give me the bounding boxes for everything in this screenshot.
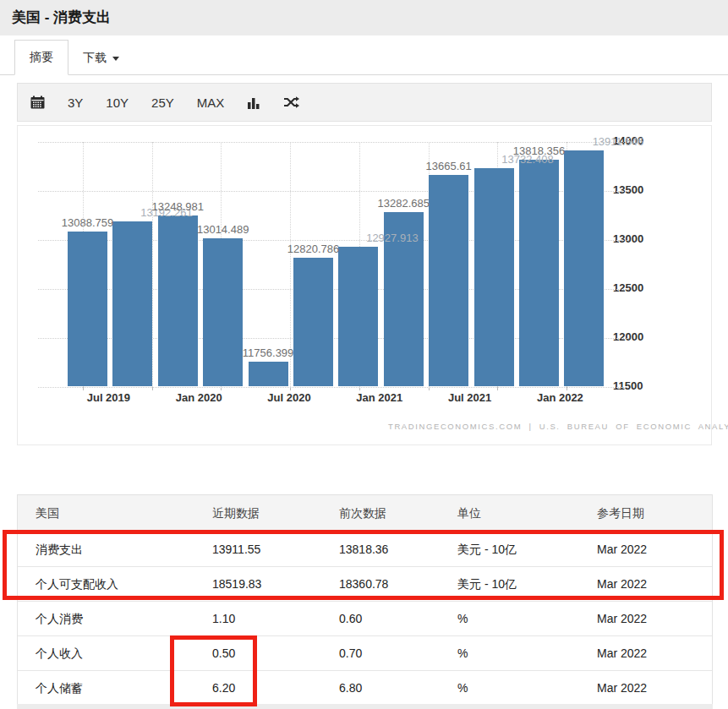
chevron-down-icon [112, 57, 119, 61]
indicator-link[interactable]: 个人可支配收入 [36, 567, 118, 602]
table-row: 个人收入0.500.70%Mar 2022 [18, 635, 712, 670]
bar[interactable] [338, 247, 378, 386]
indicators-table: 美国近期数据前次数据单位参考日期消费支出13911.5513818.36美元 -… [17, 494, 713, 705]
indicator-link[interactable]: 个人收入 [36, 636, 83, 671]
next-section-strip [17, 704, 713, 709]
bar-value-label: 13818.356 [501, 145, 577, 157]
tab-download[interactable]: 下载 [68, 41, 134, 75]
compare-button[interactable] [283, 96, 299, 108]
table-cell: Mar 2022 [597, 532, 647, 567]
title-bar: 美国 - 消费支出 [0, 0, 728, 35]
calendar-icon [30, 95, 45, 109]
table-cell: 美元 - 10亿 [457, 567, 517, 602]
table-cell: Mar 2022 [597, 636, 647, 671]
tab-summary[interactable]: 摘要 [14, 40, 68, 75]
table-cell: 18360.78 [339, 567, 388, 602]
bar[interactable] [112, 221, 152, 386]
table-cell: Mar 2022 [597, 602, 647, 636]
table-row: 消费支出13911.5513818.36美元 - 10亿Mar 2022 [18, 532, 712, 566]
indicator-link[interactable]: 个人储蓄 [36, 671, 83, 706]
chart-watermark: TRADINGECONOMICS.COM | U.S. BUREAU OF EC… [388, 422, 728, 431]
y-tick-label: 13000 [613, 232, 643, 245]
range-25y-button[interactable]: 25Y [151, 95, 174, 110]
table-header-row: 美国近期数据前次数据单位参考日期 [18, 495, 712, 532]
indicator-link[interactable]: 消费支出 [36, 532, 83, 567]
gridline [38, 387, 629, 388]
table-cell: Mar 2022 [597, 567, 647, 602]
x-tick-label: Jul 2019 [70, 391, 146, 404]
table-cell: Mar 2022 [597, 671, 647, 706]
table-cell: % [457, 602, 468, 636]
bar[interactable] [158, 215, 198, 386]
page: 美国 - 消费支出 摘要 下载 3Y 10Y 25 [0, 0, 728, 709]
column-header: 前次数据 [339, 495, 386, 532]
bar[interactable] [519, 160, 559, 386]
bar-value-label: 13911.546 [580, 135, 656, 148]
table-row: 个人可支配收入18519.8318360.78美元 - 10亿Mar 2022 [18, 566, 712, 601]
range-3y-button[interactable]: 3Y [68, 95, 83, 110]
table-cell: 0.50 [212, 636, 235, 671]
gridline [38, 142, 629, 143]
x-tick-label: Jul 2021 [432, 391, 508, 404]
column-header: 单位 [457, 495, 481, 532]
table-cell: % [457, 636, 468, 671]
page-title: 美国 - 消费支出 [0, 0, 728, 35]
range-max-button[interactable]: MAX [197, 95, 225, 110]
bar[interactable] [474, 168, 514, 386]
tab-summary-label: 摘要 [30, 50, 53, 63]
tab-row: 摘要 下载 [0, 35, 728, 75]
shuffle-icon [283, 96, 299, 108]
indicator-link[interactable]: 个人消费 [36, 602, 83, 636]
column-header: 近期数据 [212, 495, 260, 532]
table-cell: 13911.55 [212, 532, 260, 567]
bar[interactable] [68, 232, 107, 386]
calendar-button[interactable] [30, 95, 45, 109]
range-10y-button[interactable]: 10Y [106, 95, 129, 110]
bar-value-label: 12820.786 [276, 243, 352, 255]
table-cell: 18519.83 [212, 567, 261, 602]
x-tick-label: Jan 2020 [161, 391, 237, 404]
chart-type-button[interactable] [247, 96, 260, 109]
tab-download-label: 下载 [83, 51, 107, 64]
y-tick-label: 12000 [613, 330, 643, 343]
chart-toolbar: 3Y 10Y 25Y MAX [17, 83, 712, 122]
bar-value-label: 13248.981 [140, 200, 216, 213]
table-cell: 13818.36 [339, 532, 388, 567]
chart-panel: 13088.75913192.26113248.98113014.4891175… [17, 125, 712, 445]
column-chart-icon [247, 96, 260, 109]
plot-area: 13088.75913192.26113248.98113014.4891175… [38, 142, 613, 387]
x-tick-label: Jan 2021 [342, 391, 418, 404]
bar-value-label: 13282.685 [365, 197, 441, 210]
y-tick-label: 12500 [613, 281, 643, 294]
table-row: 个人消费1.100.60%Mar 2022 [18, 601, 712, 635]
table-cell: 0.70 [339, 636, 362, 671]
table-cell: 0.60 [339, 602, 362, 636]
table-row: 个人储蓄6.206.80%Mar 2022 [18, 670, 712, 705]
y-tick-label: 13500 [613, 183, 643, 196]
table-cell: 1.10 [212, 602, 235, 636]
bar[interactable] [249, 362, 288, 386]
table-cell: 美元 - 10亿 [457, 532, 517, 567]
table-cell: 6.20 [212, 671, 235, 706]
bar[interactable] [293, 258, 333, 386]
bar-value-label: 13665.61 [411, 160, 487, 172]
x-tick-label: Jul 2020 [251, 391, 327, 404]
bar[interactable] [564, 150, 604, 386]
column-header: 美国 [36, 495, 59, 532]
table-cell: 6.80 [339, 671, 362, 706]
column-header: 参考日期 [597, 495, 644, 532]
x-tick-label: Jan 2022 [522, 391, 598, 404]
bar-value-label: 13014.489 [185, 223, 261, 236]
bar-value-label: 13088.759 [50, 216, 126, 229]
y-tick-label: 11500 [613, 379, 643, 392]
bar[interactable] [203, 238, 243, 386]
bar-value-label: 12927.913 [354, 232, 430, 244]
bar-value-label: 11756.399 [230, 346, 306, 359]
table-cell: % [457, 671, 468, 706]
